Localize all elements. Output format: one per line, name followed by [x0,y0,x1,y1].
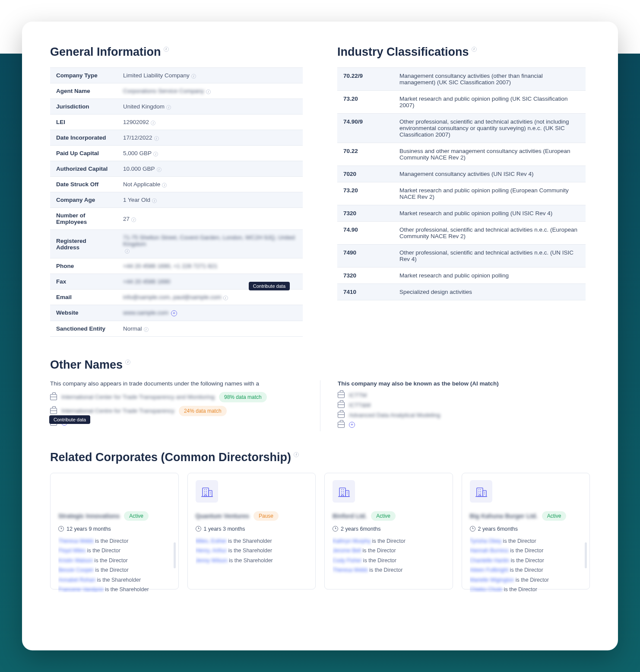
svg-rect-35 [342,495,343,497]
field-value: 10.000 GBP [117,161,303,177]
related-corporate-card[interactable]: Quantum VenturesPause1 years 3 monthsMil… [187,473,316,589]
general-info-section: General Information Company TypeLimited … [50,45,303,337]
duration-text: 12 years 9 months [67,526,111,532]
person-name[interactable]: Theresa Webb [333,567,368,573]
person-name[interactable]: Jerome Bell [333,548,361,554]
other-names-title: Other Names [50,358,590,372]
match-badge: 98% data match [219,392,267,402]
person-role: is the Shareholder [104,586,149,592]
info-icon[interactable] [472,47,477,52]
field-label: Date Incorporated [50,130,117,146]
field-value: United Kingdom [117,99,303,115]
person-name[interactable]: Chieko Chute [470,586,503,592]
person-name[interactable]: Francene Vandyne [58,586,104,592]
person-role: is the Director [502,586,537,592]
general-info-row: Date Struck OffNot Applicable [50,177,303,192]
people-list: Tyrisha Obey is the DirectorHannah Burre… [470,536,582,592]
person-name[interactable]: Jenny Wilson [196,557,228,564]
info-icon[interactable] [191,74,196,79]
info-icon[interactable] [144,327,149,332]
industry-desc: Market research and public opinion polli… [393,205,586,222]
person-role: is the Director [509,548,544,554]
general-info-row: Websitewww.sample.com [50,305,303,321]
scrollbar[interactable] [585,542,587,568]
info-icon[interactable] [166,105,171,110]
info-icon[interactable] [125,249,130,254]
field-label: LEI [50,115,117,130]
person-name[interactable]: Annabel Rohan [58,577,95,583]
field-label: Registered Address [50,230,117,258]
info-icon[interactable] [131,217,136,222]
other-names-left: This company also appears in trade docum… [50,380,320,431]
field-value: Not Applicable [117,177,303,192]
info-icon[interactable] [151,121,155,125]
person-name[interactable]: Aileen Fullbright [470,567,509,573]
info-icon[interactable] [125,360,130,365]
person-name[interactable]: Henry, Arthur [196,548,227,554]
building-icon [470,480,492,503]
person-role: is the Director [94,567,129,573]
person-name[interactable]: Miles, Esther [196,538,227,544]
info-icon[interactable] [164,47,169,52]
industry-code: 70.22 [337,143,393,166]
person-name[interactable]: Kathryn Murphy [333,538,371,544]
person-name[interactable]: Floyd Miles [58,548,86,554]
info-icon[interactable] [157,167,162,172]
info-icon[interactable] [153,152,158,156]
person-role: is the Director [94,538,129,544]
industry-code: 74.90/9 [337,114,393,143]
general-info-row: Registered Address71-75 Shelton Street, … [50,230,303,258]
industry-code: 7320 [337,268,393,284]
related-corporate-card[interactable]: Big Kahuna Burger Ltd.Active2 years 6mon… [462,473,590,589]
person-role: is the Director [501,538,536,544]
person-name[interactable]: Theresa Webb [58,538,94,544]
industry-desc: Other professional, scientific and techn… [393,222,586,245]
clock-icon [196,526,201,532]
related-corporate-card[interactable]: Binford Ltd.Active2 years 6monthsKathryn… [324,473,453,589]
person-role: is the Shareholder [95,577,141,583]
industry-desc: Other professional, scientific and techn… [393,114,586,143]
field-value: Normal [117,321,303,336]
industry-code: 7410 [337,284,393,300]
industry-desc: Business and other management consultanc… [393,143,586,166]
industry-desc: Management consultancy activities (other… [393,68,586,91]
svg-rect-13 [209,490,212,497]
person-name[interactable]: Kristin Watson [58,557,93,564]
info-icon[interactable] [154,136,159,141]
info-icon[interactable] [294,452,299,457]
industry-code: 74.90 [337,222,393,245]
person-name[interactable]: Marielle Wigington [470,577,514,583]
person-name[interactable]: Hannah Burress [470,548,509,554]
person-role: is the Director [368,567,403,573]
scrollbar[interactable] [174,542,176,568]
general-info-row: Paid Up Capital5,000 GBP [50,146,303,161]
person-name[interactable]: Bessie Cooper [58,567,94,573]
tooltip: Contribute data [49,415,90,424]
field-value: 5,000 GBP [117,146,303,161]
industry-row: 7499Other professional, scientific, and … [337,300,586,306]
industry-code: 7490 [337,245,393,268]
industry-row: 74.90Other professional, scientific and … [337,222,586,245]
person-name[interactable]: Cody Fisher [333,557,361,564]
other-name-text: Advanced Data Analytical Modeling [349,412,440,418]
field-value: 27 [117,208,303,230]
general-info-row: Company Age1 Year Old [50,192,303,208]
related-corporate-card[interactable]: Strategic InnovationsActive12 years 9 mo… [50,473,179,589]
field-value: +44 20 4586 1690, +1 228 7271 821 [117,258,303,274]
add-name-button[interactable] [349,422,355,428]
person-name[interactable]: Chantelle Hanlin [470,557,510,564]
add-button[interactable] [171,310,177,316]
svg-rect-24 [339,488,345,497]
info-icon[interactable] [152,198,157,203]
person-name[interactable]: Tyrisha Obey [470,538,502,544]
general-info-row: Agent NameCorporations Service Company [50,83,303,99]
info-icon[interactable] [162,183,167,188]
duration-text: 2 years 6months [341,526,380,532]
info-icon[interactable] [206,89,211,94]
duration-text: 1 years 3 months [204,526,245,532]
other-name-row: International Centre for Trade Transpare… [50,406,303,416]
field-label: Website [50,305,117,321]
industry-scroll[interactable]: 70.22/9Management consultancy activities… [337,67,590,305]
status-badge: Active [124,511,149,521]
info-icon[interactable] [223,296,228,300]
